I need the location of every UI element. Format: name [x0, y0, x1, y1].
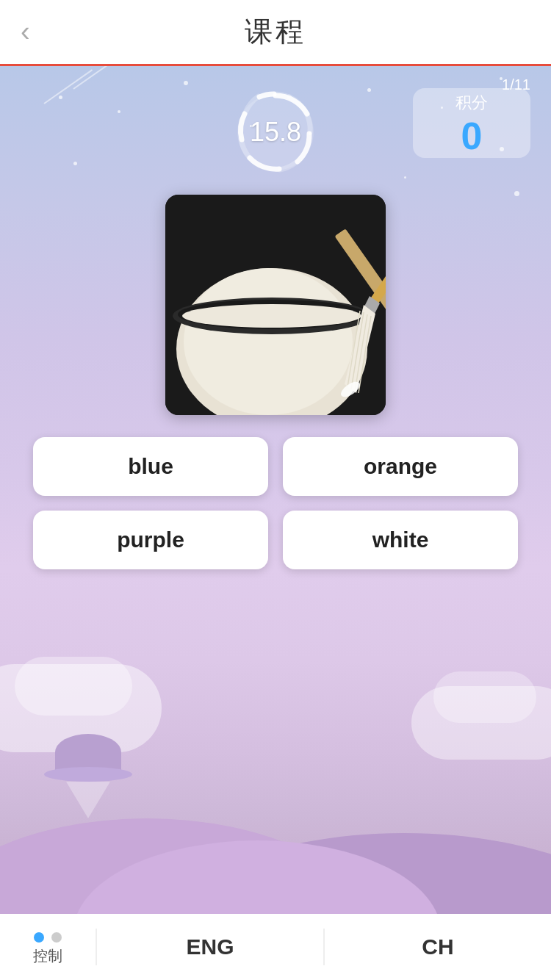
star-dec: [73, 162, 77, 165]
shoot-line: [43, 69, 93, 104]
star-dec: [118, 110, 120, 113]
cloud-left-top: [15, 657, 132, 716]
star-dec: [367, 88, 371, 92]
star-dec: [184, 81, 188, 85]
bottom-bar: 控制 ENG CH: [0, 914, 551, 980]
eng-button[interactable]: ENG: [97, 914, 323, 980]
star-dec: [59, 96, 62, 99]
control-label: 控制: [33, 946, 62, 966]
answer-blue-button[interactable]: blue: [33, 437, 268, 496]
star-dec: [514, 191, 519, 196]
answer-white-button[interactable]: white: [283, 511, 518, 569]
answer-purple-button[interactable]: purple: [33, 511, 268, 569]
question-image-card: [165, 195, 386, 415]
control-section: 控制: [0, 929, 96, 966]
score-label: 积分: [455, 92, 488, 114]
score-value: 0: [461, 117, 483, 155]
ufo-decoration: [44, 734, 132, 818]
timer-value: 15.8: [250, 117, 301, 148]
nav-bar: ‹ 课程: [0, 0, 551, 66]
back-button[interactable]: ‹: [21, 16, 30, 48]
question-image: [165, 195, 386, 415]
answers-grid: blue orange purple white: [33, 437, 518, 569]
svg-point-3: [184, 268, 353, 415]
svg-point-6: [182, 304, 361, 328]
main-area: 1/11 15.8: [0, 66, 551, 980]
cloud-right-top: [433, 671, 536, 723]
pagination-dots: [34, 932, 62, 943]
timer-container: 15.8: [231, 88, 320, 176]
dot-inactive: [51, 932, 62, 943]
dot-active: [34, 932, 44, 943]
ch-button[interactable]: CH: [325, 914, 551, 980]
score-box: 积分 0: [413, 88, 530, 158]
star-dec: [404, 176, 406, 179]
page-title: 课程: [245, 13, 306, 51]
answer-orange-button[interactable]: orange: [283, 437, 518, 496]
